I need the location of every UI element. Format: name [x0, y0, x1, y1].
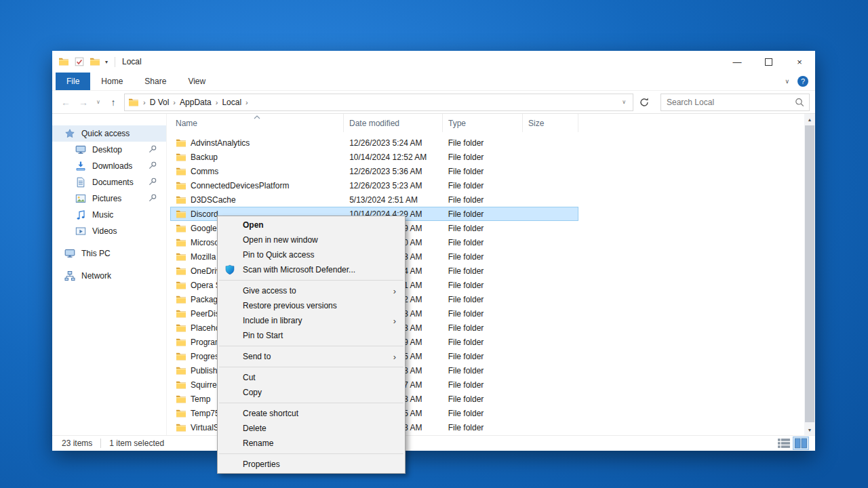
breadcrumb-chevron-icon[interactable]: ›	[169, 98, 180, 106]
refresh-button[interactable]	[636, 94, 652, 110]
address-bar[interactable]: ›D Vol›AppData›Local› ∨	[124, 94, 633, 111]
scrollbar-thumb[interactable]	[805, 125, 814, 422]
scroll-up-arrow-icon[interactable]: ▲	[804, 114, 815, 125]
expand-ribbon-chevron-icon[interactable]: ∨	[785, 78, 789, 85]
file-row-advinstanalytics[interactable]: AdvinstAnalytics12/26/2023 5:24 AMFile f…	[170, 136, 578, 150]
menu-item-label: Copy	[243, 388, 262, 397]
file-row-backup[interactable]: Backup10/14/2024 12:52 AMFile folder	[170, 150, 578, 164]
file-row-connecteddevicesplatform[interactable]: ConnectedDevicesPlatform12/26/2023 5:23 …	[170, 178, 578, 192]
sidebar-item-label: Desktop	[92, 145, 122, 155]
cell-size	[522, 222, 578, 235]
breadcrumb-segment-d-vol[interactable]: D Vol	[150, 98, 170, 107]
menu-separator	[219, 453, 403, 454]
recent-locations-chevron-icon[interactable]: ∨	[93, 94, 104, 110]
new-folder-icon[interactable]	[90, 56, 100, 67]
menu-item-create-shortcut[interactable]: Create shortcut	[218, 406, 405, 421]
column-header-date-modified[interactable]: Date modified	[344, 114, 443, 132]
details-view-button[interactable]	[776, 437, 791, 449]
scroll-down-arrow-icon[interactable]: ▼	[804, 424, 815, 435]
ribbon-tab-home[interactable]: Home	[90, 73, 134, 90]
cell-size	[522, 264, 578, 277]
file-date: 12/26/2023 5:23 AM	[349, 181, 422, 190]
menu-item-label: Scan with Microsoft Defender...	[243, 265, 355, 274]
help-button[interactable]: ?	[797, 76, 808, 87]
cell-type: File folder	[443, 250, 523, 263]
ribbon-right-controls: ∨ ?	[785, 73, 808, 90]
submenu-arrow-icon: ›	[393, 352, 396, 361]
breadcrumb-chevron-icon[interactable]: ›	[241, 98, 252, 106]
column-header-type[interactable]: Type	[443, 114, 523, 132]
forward-button[interactable]: →	[75, 94, 92, 110]
menu-item-give-access-to[interactable]: Give access to›	[218, 283, 405, 298]
menu-item-delete[interactable]: Delete	[218, 421, 405, 436]
sidebar-item-desktop[interactable]: Desktop	[52, 142, 166, 158]
file-type: File folder	[448, 323, 484, 333]
file-type: File folder	[448, 238, 484, 247]
sidebar-item-this-pc[interactable]: This PC	[52, 245, 166, 262]
cell-size	[522, 336, 578, 348]
sidebar-item-music[interactable]: Music	[52, 207, 166, 223]
sidebar-item-documents[interactable]: Documents	[52, 174, 166, 190]
search-icon[interactable]	[794, 97, 805, 108]
nav-section-this-pc: This PC	[52, 245, 166, 262]
view-toggle-buttons	[776, 437, 808, 449]
cell-type: File folder	[443, 193, 523, 206]
breadcrumb-segment-appdata[interactable]: AppData	[180, 98, 212, 107]
file-row-comms[interactable]: Comms12/26/2023 5:36 AMFile folder	[170, 164, 578, 178]
menu-item-send-to[interactable]: Send to›	[218, 349, 405, 364]
menu-item-pin-to-start[interactable]: Pin to Start	[218, 328, 405, 343]
address-dropdown-chevron-icon[interactable]: ∨	[618, 99, 629, 105]
file-name: D3DSCache	[191, 195, 236, 205]
cell-size	[522, 392, 578, 405]
ribbon-tab-view[interactable]: View	[177, 73, 216, 90]
menu-separator	[219, 346, 403, 346]
breadcrumb-segment-local[interactable]: Local	[222, 98, 241, 107]
breadcrumb-chevron-icon[interactable]: ›	[212, 98, 222, 106]
cell-size	[522, 307, 578, 320]
breadcrumb-chevron-icon[interactable]: ›	[139, 98, 150, 106]
menu-item-include-in-library[interactable]: Include in library›	[218, 313, 405, 328]
menu-item-scan-with-microsoft-defender[interactable]: Scan with Microsoft Defender...	[218, 262, 405, 277]
file-date: 5/13/2024 2:51 AM	[349, 195, 418, 205]
customize-toolbar-chevron-icon[interactable]: ▾	[105, 59, 108, 65]
menu-item-open-in-new-window[interactable]: Open in new window	[218, 232, 405, 247]
menu-item-rename[interactable]: Rename	[218, 436, 405, 451]
sidebar-item-downloads[interactable]: Downloads	[52, 158, 166, 174]
cell-type: File folder	[443, 236, 523, 249]
up-button[interactable]: ↑	[105, 94, 121, 110]
navigation-toolbar: ← → ∨ ↑ ›D Vol›AppData›Local› ∨	[52, 91, 815, 114]
minimize-button[interactable]: —	[722, 51, 753, 73]
menu-item-open[interactable]: Open	[218, 218, 405, 232]
search-box[interactable]	[660, 94, 810, 111]
titlebar[interactable]: ▾ Local — ×	[52, 51, 815, 73]
maximize-button[interactable]	[753, 51, 784, 73]
close-button[interactable]: ×	[784, 51, 815, 73]
monitor-icon	[75, 144, 86, 155]
file-row-d3dscache[interactable]: D3DSCache5/13/2024 2:51 AMFile folder	[170, 192, 578, 207]
large-icons-view-button[interactable]	[793, 437, 808, 449]
menu-item-pin-to-quick-access[interactable]: Pin to Quick access	[218, 247, 405, 262]
file-type: File folder	[448, 266, 484, 276]
properties-check-icon[interactable]	[74, 56, 85, 67]
sidebar-item-network[interactable]: Network	[52, 268, 166, 284]
sidebar-item-quick-access[interactable]: Quick access	[52, 125, 166, 142]
menu-item-copy[interactable]: Copy	[218, 385, 405, 400]
column-header-size[interactable]: Size	[523, 114, 578, 132]
ribbon-tab-file[interactable]: File	[56, 73, 90, 90]
vertical-scrollbar[interactable]: ▲ ▼	[804, 114, 815, 435]
menu-item-cut[interactable]: Cut	[218, 370, 405, 385]
menu-item-restore-previous-versions[interactable]: Restore previous versions	[218, 298, 405, 313]
cell-type: File folder	[443, 321, 523, 334]
ribbon-tab-share[interactable]: Share	[134, 73, 177, 90]
network-icon	[64, 270, 75, 281]
sidebar-item-videos[interactable]: Videos	[52, 223, 166, 239]
file-type: File folder	[448, 167, 484, 176]
file-type: File folder	[448, 295, 484, 304]
column-header-label: Name	[176, 119, 197, 128]
search-input[interactable]	[665, 97, 794, 108]
back-button[interactable]: ←	[58, 94, 74, 110]
menu-item-properties[interactable]: Properties	[218, 457, 405, 472]
cell-type: File folder	[443, 207, 523, 220]
sidebar-item-pictures[interactable]: Pictures	[52, 190, 166, 207]
column-header-name[interactable]: Name	[170, 114, 344, 132]
